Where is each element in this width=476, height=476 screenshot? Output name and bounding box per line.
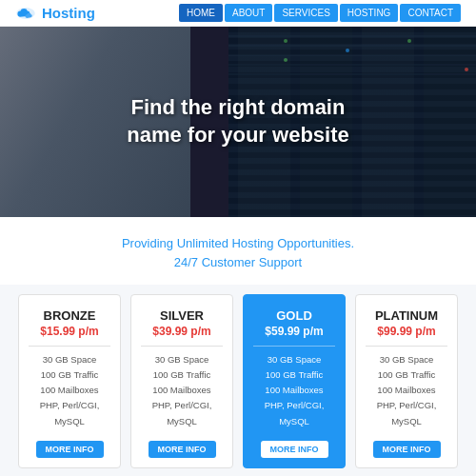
- pricing-card-gold: GOLD$59.99 p/m30 GB Space100 GB Traffic1…: [243, 294, 346, 468]
- pricing-card-bronze: BRONZE$15.99 p/m30 GB Space100 GB Traffi…: [18, 294, 121, 468]
- more-info-button[interactable]: MORE INFO: [149, 441, 216, 458]
- pricing-card-silver: SILVER$39.99 p/m30 GB Space100 GB Traffi…: [130, 294, 233, 468]
- subtitle-text: Providing Unlimited Hosting Opportunitie…: [10, 234, 466, 271]
- plan-features: 30 GB Space100 GB Traffic100 MailboxesPH…: [29, 352, 110, 429]
- pricing-card-platinum: PLATINUM$99.99 p/m30 GB Space100 GB Traf…: [355, 294, 458, 468]
- plan-divider: [253, 346, 335, 347]
- subtitle-section: Providing Unlimited Hosting Opportunitie…: [0, 217, 476, 285]
- subtitle-line1: Providing Unlimited Hosting Opportunitie…: [122, 236, 354, 250]
- logo-text: Hosting: [42, 5, 95, 21]
- plan-price: $59.99 p/m: [253, 325, 335, 338]
- nav-services[interactable]: SERVICES: [274, 4, 337, 22]
- nav-hosting[interactable]: HOSTING: [340, 4, 399, 22]
- hero-content: Find the right domain name for your webs…: [0, 27, 476, 217]
- plan-name: SILVER: [141, 308, 223, 323]
- plan-name: BRONZE: [29, 308, 110, 323]
- pricing-section: BRONZE$15.99 p/m30 GB Space100 GB Traffi…: [0, 285, 476, 476]
- more-info-button[interactable]: MORE INFO: [36, 441, 104, 458]
- plan-features: 30 GB Space100 GB Traffic100 MailboxesPH…: [141, 352, 223, 429]
- header: Hosting HOME ABOUT SERVICES HOSTING CONT…: [0, 0, 476, 27]
- plan-divider: [29, 346, 110, 347]
- plan-price: $15.99 p/m: [29, 325, 110, 338]
- nav-about[interactable]: ABOUT: [225, 4, 272, 22]
- plan-price: $99.99 p/m: [366, 325, 447, 338]
- plan-name: GOLD: [253, 308, 335, 323]
- nav-home[interactable]: HOME: [179, 4, 223, 22]
- hero-section: Find the right domain name for your webs…: [0, 27, 476, 217]
- hero-headline: Find the right domain name for your webs…: [108, 94, 368, 149]
- plan-features: 30 GB Space100 GB Traffic100 MailboxesPH…: [366, 352, 447, 429]
- logo-area: Hosting: [15, 3, 95, 24]
- plan-features: 30 GB Space100 GB Traffic100 MailboxesPH…: [253, 352, 335, 429]
- cloud-icon: [15, 3, 36, 24]
- plan-divider: [366, 346, 447, 347]
- plan-divider: [141, 346, 223, 347]
- hero-line1: Find the right domain: [131, 95, 346, 119]
- plan-price: $39.99 p/m: [141, 325, 223, 338]
- nav-contact[interactable]: CONTACT: [400, 4, 461, 22]
- hero-line2: name for your website: [127, 123, 349, 147]
- plan-name: PLATINUM: [366, 308, 447, 323]
- more-info-button[interactable]: MORE INFO: [373, 441, 441, 458]
- main-nav: HOME ABOUT SERVICES HOSTING CONTACT: [179, 4, 461, 22]
- more-info-button[interactable]: MORE INFO: [261, 441, 328, 458]
- subtitle-line2: 24/7 Customer Support: [174, 255, 302, 269]
